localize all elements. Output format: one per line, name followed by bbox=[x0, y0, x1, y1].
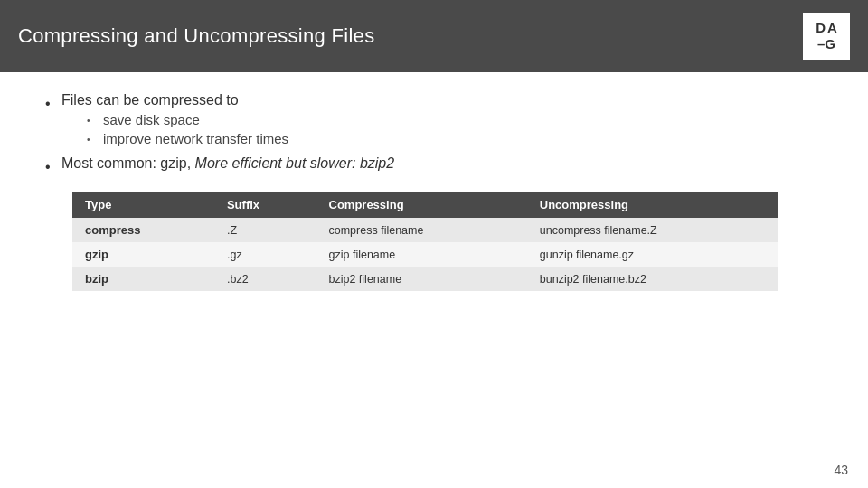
logo-line1: D A bbox=[816, 20, 837, 36]
cell-type-1: gzip bbox=[72, 242, 214, 267]
logo-g: G bbox=[825, 36, 835, 52]
slide: Compressing and Uncompressing Files D A … bbox=[0, 0, 868, 488]
slide-content: • Files can be compressed to • save disk… bbox=[0, 72, 868, 488]
table-row: compress .Z compress filename uncompress… bbox=[72, 218, 778, 242]
bullet-text-1: Files can be compressed to • save disk s… bbox=[61, 92, 288, 150]
logo-line2: – G bbox=[817, 36, 835, 52]
col-header-type: Type bbox=[72, 192, 214, 218]
logo-dash: – bbox=[817, 36, 825, 52]
col-header-compressing: Compressing bbox=[316, 192, 527, 218]
sub-item-1: • save disk space bbox=[87, 112, 288, 127]
cell-type-0: compress bbox=[72, 218, 214, 242]
sub-label-2: improve network transfer times bbox=[103, 131, 288, 146]
page-number: 43 bbox=[834, 463, 848, 477]
sub-bullet-list: • save disk space • improve network tran… bbox=[87, 112, 288, 146]
logo-text: D A – G bbox=[816, 20, 837, 52]
cell-suffix-2: .bz2 bbox=[214, 267, 316, 291]
cell-uncompressing-0: uncompress filename.Z bbox=[527, 218, 778, 242]
cell-compressing-0: compress filename bbox=[316, 218, 527, 242]
table-body: compress .Z compress filename uncompress… bbox=[72, 218, 778, 291]
sub-dot-1: • bbox=[87, 116, 94, 126]
logo-d: D bbox=[816, 20, 826, 36]
bullet-dot-1: • bbox=[45, 96, 52, 112]
bullet-item-1: • Files can be compressed to • save disk… bbox=[45, 92, 823, 150]
bullet-label-2: Most common: gzip, More efficient but sl… bbox=[61, 155, 394, 172]
compression-table: Type Suffix Compressing Uncompressing co… bbox=[72, 192, 778, 291]
sub-item-2: • improve network transfer times bbox=[87, 131, 288, 146]
sub-dot-2: • bbox=[87, 135, 94, 145]
table-row: bzip .bz2 bzip2 filename bunzip2 filenam… bbox=[72, 267, 778, 291]
cell-suffix-0: .Z bbox=[214, 218, 316, 242]
logo: D A – G bbox=[803, 13, 850, 60]
sub-label-1: save disk space bbox=[103, 112, 200, 127]
col-header-uncompressing: Uncompressing bbox=[527, 192, 778, 218]
table-header: Type Suffix Compressing Uncompressing bbox=[72, 192, 778, 218]
col-header-suffix: Suffix bbox=[214, 192, 316, 218]
main-bullet-list: • Files can be compressed to • save disk… bbox=[45, 92, 823, 175]
table-header-row: Type Suffix Compressing Uncompressing bbox=[72, 192, 778, 218]
cell-compressing-2: bzip2 filename bbox=[316, 267, 527, 291]
cell-suffix-1: .gz bbox=[214, 242, 316, 267]
cell-uncompressing-2: bunzip2 filename.bz2 bbox=[527, 267, 778, 291]
slide-header: Compressing and Uncompressing Files D A … bbox=[0, 0, 868, 72]
cell-compressing-1: gzip filename bbox=[316, 242, 527, 267]
bullet-dot-2: • bbox=[45, 159, 52, 175]
logo-a: A bbox=[827, 20, 837, 36]
cell-type-2: bzip bbox=[72, 267, 214, 291]
slide-title: Compressing and Uncompressing Files bbox=[18, 24, 374, 48]
bullet-label-1: Files can be compressed to bbox=[61, 92, 239, 108]
cell-uncompressing-1: gunzip filename.gz bbox=[527, 242, 778, 267]
compression-table-container: Type Suffix Compressing Uncompressing co… bbox=[72, 192, 778, 291]
table-row: gzip .gz gzip filename gunzip filename.g… bbox=[72, 242, 778, 267]
bullet-item-2: • Most common: gzip, More efficient but … bbox=[45, 155, 823, 175]
